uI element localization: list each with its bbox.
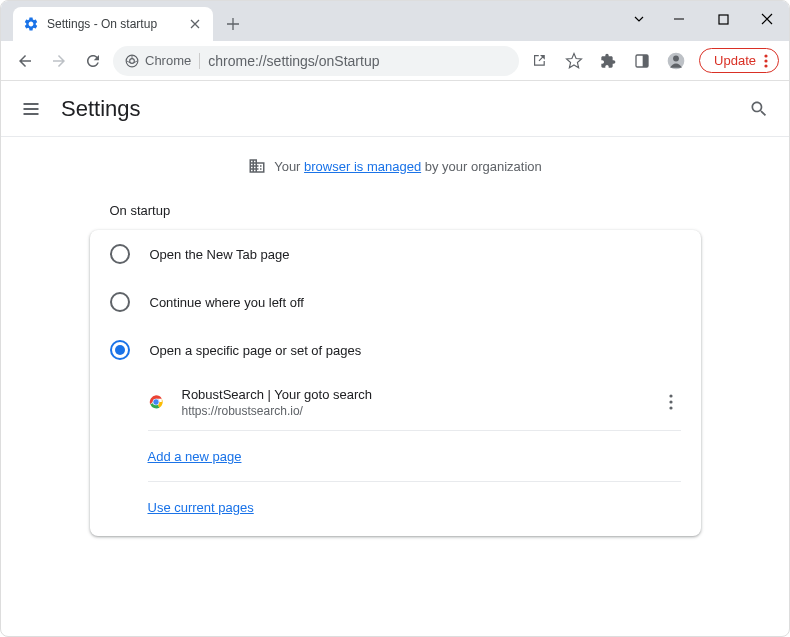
close-icon[interactable] [187, 16, 203, 32]
radio-icon [110, 292, 130, 312]
radio-label: Open the New Tab page [150, 247, 290, 262]
page-favicon-icon [148, 394, 164, 410]
back-button[interactable] [11, 47, 39, 75]
site-security[interactable]: Chrome [125, 53, 191, 68]
address-bar[interactable]: Chrome chrome://settings/onStartup [113, 46, 519, 76]
tab-title: Settings - On startup [47, 17, 179, 31]
svg-point-12 [153, 399, 158, 404]
browser-toolbar: Chrome chrome://settings/onStartup Updat… [1, 41, 789, 81]
use-current-row: Use current pages [148, 481, 681, 536]
svg-point-15 [669, 406, 672, 409]
window-controls [621, 1, 789, 37]
close-window-button[interactable] [745, 1, 789, 37]
managed-notice: Your browser is managed by your organiza… [248, 157, 542, 175]
more-icon [764, 54, 768, 68]
startup-page-item: RobustSearch | Your goto search https://… [148, 374, 681, 430]
url-text: chrome://settings/onStartup [208, 53, 507, 69]
radio-icon [110, 244, 130, 264]
svg-point-9 [764, 64, 767, 67]
startup-pages-list: RobustSearch | Your goto search https://… [90, 374, 701, 536]
search-icon[interactable] [749, 99, 769, 119]
svg-point-2 [130, 58, 135, 63]
side-panel-icon[interactable] [627, 46, 657, 76]
page-item-url: https://robustsearch.io/ [182, 404, 643, 418]
add-page-row: Add a new page [148, 430, 681, 481]
managed-suffix: by your organization [421, 159, 542, 174]
radio-label: Open a specific page or set of pages [150, 343, 362, 358]
divider [199, 53, 200, 69]
browser-tab[interactable]: Settings - On startup [13, 7, 213, 41]
svg-point-6 [673, 55, 679, 61]
page-title: Settings [61, 96, 141, 122]
on-startup-card: Open the New Tab page Continue where you… [90, 230, 701, 536]
building-icon [248, 157, 266, 175]
maximize-button[interactable] [701, 1, 745, 37]
add-page-link[interactable]: Add a new page [148, 449, 242, 464]
radio-open-newtab[interactable]: Open the New Tab page [90, 230, 701, 278]
svg-point-14 [669, 400, 672, 403]
reload-button[interactable] [79, 47, 107, 75]
extensions-icon[interactable] [593, 46, 623, 76]
managed-link[interactable]: browser is managed [304, 159, 421, 174]
profile-icon[interactable] [661, 46, 691, 76]
gear-icon [23, 16, 39, 32]
minimize-button[interactable] [657, 1, 701, 37]
page-item-menu[interactable] [661, 386, 681, 418]
new-tab-button[interactable] [219, 10, 247, 38]
radio-label: Continue where you left off [150, 295, 304, 310]
radio-icon [110, 340, 130, 360]
page-item-title: RobustSearch | Your goto search [182, 387, 643, 402]
forward-button[interactable] [45, 47, 73, 75]
radio-continue[interactable]: Continue where you left off [90, 278, 701, 326]
svg-point-13 [669, 394, 672, 397]
window-titlebar: Settings - On startup [1, 1, 789, 41]
svg-point-8 [764, 59, 767, 62]
settings-header: Settings [1, 81, 789, 137]
bookmark-icon[interactable] [559, 46, 589, 76]
radio-specific-pages[interactable]: Open a specific page or set of pages [90, 326, 701, 374]
svg-point-7 [764, 54, 767, 57]
svg-rect-4 [643, 55, 648, 67]
update-label: Update [714, 53, 756, 68]
use-current-link[interactable]: Use current pages [148, 500, 254, 515]
security-label: Chrome [145, 53, 191, 68]
chevron-down-icon[interactable] [621, 1, 657, 37]
managed-prefix: Your [274, 159, 304, 174]
share-icon[interactable] [525, 46, 555, 76]
section-label: On startup [90, 195, 701, 230]
settings-content: Your browser is managed by your organiza… [1, 137, 789, 556]
svg-rect-0 [719, 15, 728, 24]
chrome-icon [125, 54, 139, 68]
menu-icon[interactable] [21, 99, 41, 119]
update-button[interactable]: Update [699, 48, 779, 73]
